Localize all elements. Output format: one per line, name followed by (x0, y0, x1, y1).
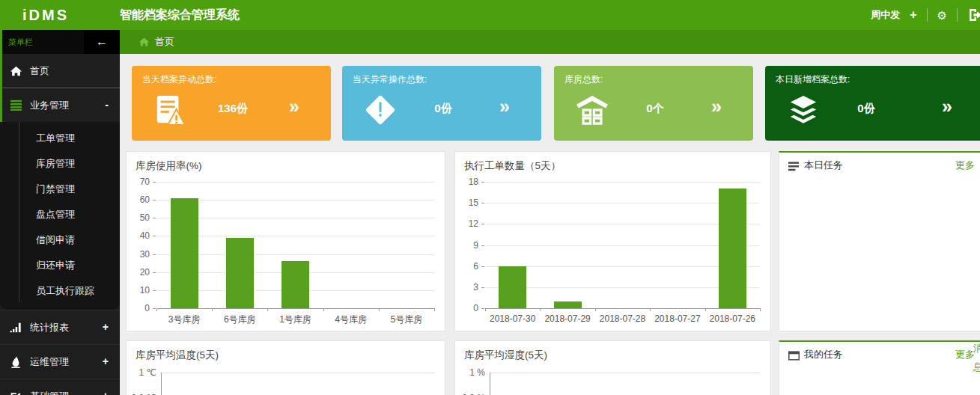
y-axis-tick (481, 224, 484, 224)
grid-line (156, 236, 434, 236)
more-link[interactable]: 更多 (955, 153, 975, 178)
x-tick-label: 2018-07-29 (540, 313, 594, 324)
chart-panel-warehouse-usage: 库房使用率(%)0102030405060703号库房6号库房1号库房4号库房5… (126, 151, 445, 331)
y-tick-label: 9 (455, 240, 478, 251)
user-name[interactable]: 周中发 (871, 8, 900, 22)
chart-title: 库房平均湿度(5天) (464, 349, 547, 362)
sidebar-item-base[interactable]: 基础管理 + (0, 379, 120, 395)
grid-line (156, 182, 434, 183)
top-bar: iDMS 智能档案综合管理系统 周中发 + ⚙ (0, 0, 980, 30)
y-tick-label: 6 (455, 261, 478, 272)
more-link[interactable]: 更多 (955, 342, 975, 367)
marker-icon (10, 356, 30, 368)
business-submenu: 工单管理 库房管理 门禁管理 盘点管理 借阅申请 归还申请 员工执行跟踪 (0, 122, 120, 310)
y-axis-tick (481, 308, 484, 309)
sidebar-item-business[interactable]: 业务管理 - (0, 88, 120, 122)
x-axis-tick (156, 308, 157, 311)
y-axis-tick (153, 218, 156, 218)
gear-icon[interactable]: ⚙ (937, 10, 947, 21)
chevron-right-icon[interactable]: » (499, 96, 510, 117)
breadcrumb-current[interactable]: 首页 (155, 35, 174, 49)
bar-1号库房[interactable] (281, 261, 309, 308)
sidebar-collapse-button[interactable]: ← (84, 30, 120, 54)
sidebar-header: 菜单栏 ← (0, 30, 120, 54)
dashboard-screen: iDMS 智能档案综合管理系统 周中发 + ⚙ 菜单栏 ← 首页 (0, 0, 980, 395)
card-value: 136份 (184, 102, 281, 116)
chevron-right-icon[interactable]: » (711, 96, 722, 117)
y-tick-label: 0 (455, 303, 478, 313)
y-axis-tick (153, 308, 156, 309)
stat-card-archive-changes[interactable]: 当天档案异动总数: 136份 » (132, 66, 331, 141)
stat-card-warehouse-total[interactable]: 库房总数: 0个 » (554, 66, 753, 141)
y-tick-label: 1 % (455, 367, 485, 378)
stat-card-new-archives[interactable]: 本日新增档案总数: 0份 » (765, 66, 980, 141)
sidebar-subitem-tracking[interactable]: 员工执行跟踪 (0, 278, 120, 304)
list-icon (788, 161, 800, 171)
x-tick-label: 6号库房 (212, 313, 267, 326)
x-axis-tick (323, 308, 324, 311)
expand-plus: + (103, 379, 109, 395)
x-axis-line (156, 308, 434, 309)
panel-header: 本日任务 更多 (779, 153, 980, 180)
sidebar-subitem-workorder[interactable]: 工单管理 (0, 126, 120, 151)
x-tick-label: 4号库房 (323, 313, 379, 326)
y-axis-tick (153, 236, 156, 236)
sidebar-subitem-inventory[interactable]: 盘点管理 (0, 202, 120, 227)
sidebar-subitem-borrow[interactable]: 借阅申请 (0, 227, 120, 253)
sign-out-icon[interactable] (967, 8, 980, 22)
bar-2018-07-26[interactable] (719, 189, 746, 308)
edit-icon (10, 391, 30, 395)
sidebar-title: 菜单栏 (8, 30, 33, 54)
y-tick-label: 0 (127, 303, 150, 313)
x-axis-tick (760, 308, 761, 311)
bar-2018-07-30[interactable] (499, 266, 526, 308)
warehouse-icon (576, 93, 608, 127)
sidebar-item-label: 首页 (30, 64, 49, 78)
sidebar-subitem-access[interactable]: 门禁管理 (0, 177, 120, 202)
sidebar: 菜单栏 ← 首页 业务管理 - 工单管理 库房管理 门禁管理 盘点管理 (0, 30, 120, 395)
chevron-right-icon[interactable]: » (942, 96, 952, 117)
card-label: 本日新增档案总数: (776, 73, 850, 86)
panel-title: 我的任务 (804, 342, 843, 367)
sidebar-item-ops[interactable]: 运维管理 + (0, 344, 120, 379)
sidebar-item-label: 基础管理 (30, 390, 69, 395)
y-axis-tick (153, 182, 156, 183)
add-button[interactable]: + (910, 8, 916, 22)
sidebar-item-home[interactable]: 首页 (0, 54, 120, 88)
bar-2018-07-29[interactable] (554, 301, 582, 308)
sidebar-subitem-warehouse[interactable]: 库房管理 (0, 151, 120, 177)
y-axis-line (161, 373, 162, 395)
card-label: 当天异常操作总数: (353, 73, 427, 86)
grid-line (485, 182, 760, 183)
panel-header: 我的任务 更多 (779, 342, 980, 369)
card-value: 0份 (818, 102, 915, 116)
chart-panel-avg-temperature: 库房平均温度(5天)1 ℃0.8 ℃ (126, 340, 445, 395)
sidebar-subitem-return[interactable]: 归还申请 (0, 253, 120, 278)
breadcrumb: 首页 (120, 30, 980, 54)
sidebar-item-label: 业务管理 (30, 99, 69, 112)
chevron-right-icon[interactable]: » (289, 96, 299, 117)
stat-card-abnormal-ops[interactable]: 当天异常操作总数: 0份 » (342, 66, 541, 141)
bar-6号库房[interactable] (226, 238, 254, 308)
x-axis-tick (434, 308, 435, 311)
x-tick-label: 3号库房 (156, 313, 212, 326)
x-axis-tick (485, 308, 486, 311)
y-tick-label: 30 (127, 249, 150, 260)
x-axis-tick (595, 308, 596, 311)
panel-my-tasks: 我的任务 更多 (779, 340, 980, 395)
y-axis-tick (481, 287, 484, 288)
chart-title: 执行工单数量（5天） (464, 159, 561, 173)
x-tick-label: 2018-07-30 (485, 313, 540, 324)
sidebar-item-stats[interactable]: 统计报表 + (0, 310, 120, 344)
expand-plus: + (103, 345, 109, 379)
menu-icon (10, 99, 30, 111)
y-axis-tick (153, 200, 156, 200)
bar-3号库房[interactable] (171, 198, 198, 308)
y-tick-label: 40 (127, 230, 150, 241)
x-axis-line (485, 308, 760, 309)
grid-line (161, 373, 434, 373)
y-tick-label: 12 (455, 218, 478, 229)
y-axis-tick (153, 254, 156, 255)
collapse-minus: - (105, 88, 109, 122)
y-tick-label: 60 (127, 195, 150, 205)
